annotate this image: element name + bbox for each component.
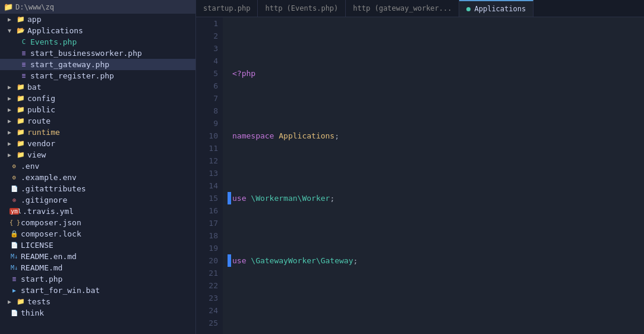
- php-file-icon: ≡: [19, 49, 29, 57]
- sidebar-item-start-businessworker[interactable]: ≡ start_businessworker.php: [0, 48, 195, 59]
- chevron-down-icon: ▼: [5, 27, 14, 34]
- sidebar-item-applications[interactable]: ▼ 📂 Applications: [0, 25, 195, 36]
- sidebar-item-bat[interactable]: ▶ 📁 bat: [0, 81, 195, 93]
- sidebar-item-label: composer.json: [21, 218, 81, 227]
- sidebar-item-label: public: [27, 105, 55, 114]
- sidebar-item-label: .gitignore: [21, 196, 67, 204]
- sidebar-item-label: composer.lock: [21, 229, 81, 238]
- code-token: \GatewayWorker\Gateway: [251, 254, 353, 267]
- sidebar-item-vendor[interactable]: ▶ 📁 vendor: [0, 138, 195, 149]
- sidebar-item-label: config: [27, 94, 55, 103]
- folder-icon: 📁: [16, 106, 26, 114]
- sidebar-item-label: tests: [27, 297, 50, 306]
- sidebar-item-label: LICENSE: [21, 241, 53, 250]
- sidebar-item-env[interactable]: ⚙ .env: [0, 160, 195, 172]
- tab-gateway-worker[interactable]: http (gateway_worker...: [346, 0, 459, 17]
- sidebar-item-composer-json[interactable]: { } composer.json: [0, 217, 195, 228]
- env-file-icon: ⚙: [10, 174, 19, 181]
- lock-file-icon: 🔒: [10, 230, 19, 238]
- tab-applications[interactable]: Applications: [459, 0, 533, 17]
- sidebar-item-public[interactable]: ▶ 📁 public: [0, 104, 195, 115]
- sidebar-item-route[interactable]: ▶ 📁 route: [0, 115, 195, 127]
- sidebar-item-label: Applications: [27, 26, 83, 35]
- sidebar-item-readme[interactable]: M↓ README.md: [0, 262, 195, 273]
- code-token: ;: [334, 130, 339, 142]
- tab-label: Applications: [474, 5, 526, 13]
- editor-tabs[interactable]: startup.php http (Events.php) http (gate…: [196, 0, 644, 17]
- chevron-right-icon: ▶: [5, 84, 14, 90]
- sidebar-item-composer-lock[interactable]: 🔒 composer.lock: [0, 228, 195, 240]
- bat-file-icon: ▶: [10, 287, 19, 294]
- git-file-icon: ⊗: [10, 197, 19, 203]
- folder-icon: 📁: [16, 94, 26, 102]
- sidebar-item-license[interactable]: 📄 LICENSE: [0, 240, 195, 251]
- code-content[interactable]: <?php namespace Applications; use \Worke…: [223, 17, 644, 334]
- sidebar-item-label: start.php: [21, 275, 62, 283]
- md-file-icon: M↓: [10, 264, 19, 271]
- sidebar-item-label: README.md: [21, 263, 62, 272]
- chevron-right-icon: ▶: [5, 118, 14, 124]
- md-file-icon: M↓: [10, 253, 19, 260]
- line-indicator: [228, 67, 231, 80]
- sidebar-item-readme-en[interactable]: M↓ README.en.md: [0, 251, 195, 262]
- tab-startup[interactable]: startup.php: [196, 0, 258, 17]
- sidebar-item-view[interactable]: ▶ 📁 view: [0, 149, 195, 160]
- sidebar-item-app[interactable]: ▶ 📁 app: [0, 14, 195, 25]
- sidebar-item-label: bat: [27, 83, 41, 92]
- code-token: namespace: [232, 130, 279, 142]
- chevron-right-icon: ▶: [5, 106, 14, 113]
- chevron-right-icon: ▶: [5, 16, 14, 23]
- sidebar-item-example-env[interactable]: ⚙ .example.env: [0, 172, 195, 183]
- php-file-icon: ≡: [19, 61, 29, 68]
- code-token: <?php: [232, 67, 255, 80]
- sidebar-item-tests[interactable]: ▶ 📁 tests: [0, 296, 195, 307]
- sidebar-item-label: vendor: [27, 139, 55, 148]
- folder-icon: 📁: [16, 128, 26, 136]
- code-token: use: [232, 254, 251, 267]
- sidebar-item-label: start_gateway.php: [30, 60, 109, 69]
- sidebar-item-label: route: [27, 116, 50, 125]
- sidebar-item-label: start_register.php: [30, 71, 114, 80]
- sidebar-item-travis[interactable]: yml .travis.yml: [0, 206, 195, 217]
- sidebar-item-events[interactable]: C Events.php: [0, 36, 195, 48]
- folder-icon: 📁: [16, 298, 26, 305]
- line-indicator: [228, 254, 231, 267]
- code-line: <?php: [228, 67, 644, 80]
- sidebar-item-gitattributes[interactable]: 📄 .gitattributes: [0, 183, 195, 194]
- sidebar-item-think[interactable]: 📄 think: [0, 307, 195, 319]
- folder-icon: 📁: [16, 151, 26, 159]
- sidebar-item-start-php[interactable]: ≡ start.php: [0, 273, 195, 285]
- sidebar-item-gitignore[interactable]: ⊗ .gitignore: [0, 194, 195, 206]
- folder-icon: 📁: [16, 83, 26, 91]
- code-token: ;: [330, 192, 334, 204]
- code-token: use: [232, 192, 251, 204]
- chevron-right-icon: ▶: [5, 95, 14, 102]
- tab-events[interactable]: http (Events.php): [258, 0, 346, 17]
- chevron-right-icon: ▶: [5, 298, 14, 305]
- file-icon: 📄: [10, 310, 19, 316]
- code-editor[interactable]: 12345 678910 1112131415 1617181920 21222…: [196, 17, 644, 334]
- code-token: \Workerman\Worker: [251, 192, 330, 204]
- chevron-right-icon: ▶: [5, 129, 14, 136]
- sidebar-item-config[interactable]: ▶ 📁 config: [0, 93, 195, 104]
- code-line: use \Workerman\Worker;: [228, 192, 644, 204]
- code-line: namespace Applications;: [228, 130, 644, 142]
- sidebar-item-start-for-win-bat[interactable]: ▶ start_for_win.bat: [0, 285, 195, 296]
- sidebar-item-label: Events.php: [30, 37, 77, 46]
- php-file-icon: ≡: [19, 72, 29, 80]
- root-path: 📁 D:\www\zq: [0, 0, 195, 14]
- sidebar-item-label: runtime: [27, 128, 60, 137]
- tab-active-indicator: [466, 7, 471, 11]
- folder-icon: 📁: [16, 140, 26, 147]
- sidebar-item-label: view: [27, 150, 46, 159]
- code-line: use \GatewayWorker\Gateway;: [228, 254, 644, 267]
- folder-open-icon: 📂: [16, 27, 26, 34]
- sidebar-item-runtime[interactable]: ▶ 📁 runtime: [0, 127, 195, 138]
- chevron-right-icon: ▶: [5, 140, 14, 147]
- tab-label: http (Events.php): [265, 4, 338, 12]
- line-indicator: [228, 317, 231, 329]
- root-path-label: D:\www\zq: [15, 3, 54, 11]
- sidebar-item-start-register[interactable]: ≡ start_register.php: [0, 70, 195, 81]
- sidebar-item-start-gateway[interactable]: ≡ start_gateway.php: [0, 59, 195, 70]
- line-indicator: [228, 130, 231, 142]
